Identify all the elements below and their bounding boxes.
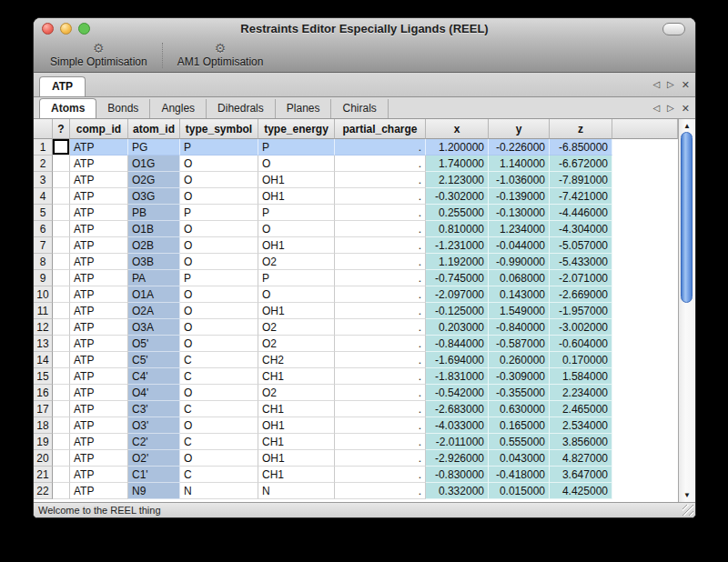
scroll-up-icon[interactable]: ▲ — [679, 120, 695, 132]
cell-[interactable] — [53, 336, 70, 352]
cell-partialcharge[interactable]: . — [335, 221, 426, 237]
cell-x[interactable]: -4.033000 — [426, 417, 489, 434]
cell-atomid[interactable]: C3' — [128, 401, 180, 417]
cell-compid[interactable]: ATP — [70, 417, 128, 434]
row-number[interactable]: 12 — [34, 319, 53, 336]
cell-typesymbol[interactable]: C — [180, 368, 258, 385]
tab-atoms[interactable]: Atoms — [39, 98, 96, 118]
cell-x[interactable]: -2.683000 — [426, 401, 489, 417]
cell-typesymbol[interactable]: C — [180, 352, 258, 368]
row-number[interactable]: 1 — [34, 139, 53, 156]
cell-z[interactable]: -6.850000 — [550, 139, 612, 156]
cell-[interactable] — [53, 205, 70, 221]
cell-typesymbol[interactable]: P — [180, 139, 258, 156]
tab-atp[interactable]: ATP — [39, 76, 86, 96]
cell-z[interactable]: 3.647000 — [550, 467, 612, 483]
cell-y[interactable]: 1.549000 — [489, 303, 550, 319]
row-number[interactable]: 22 — [34, 483, 53, 499]
cell-[interactable] — [53, 483, 70, 499]
cell-typeenergy[interactable]: CH1 — [258, 368, 335, 385]
cell-x[interactable]: -0.745000 — [426, 270, 489, 286]
cell-x[interactable]: -2.097000 — [426, 286, 489, 303]
cell-x[interactable]: -2.011000 — [426, 434, 489, 450]
cell-x[interactable]: -1.694000 — [426, 352, 489, 368]
cell-typeenergy[interactable]: OH1 — [258, 172, 335, 188]
cell-typesymbol[interactable]: O — [180, 286, 258, 303]
row-number[interactable]: 20 — [34, 450, 53, 467]
row-number[interactable]: 10 — [34, 286, 53, 303]
cell-typeenergy[interactable]: OH1 — [258, 188, 335, 205]
tab-scroll-right-icon[interactable]: ▷ — [667, 80, 674, 89]
cell-x[interactable]: 1.192000 — [426, 254, 489, 270]
row-number[interactable]: 16 — [34, 385, 53, 401]
cell-atomid[interactable]: PG — [128, 139, 180, 156]
row-number[interactable]: 2 — [34, 156, 53, 172]
cell-y[interactable]: 1.234000 — [489, 221, 550, 237]
cell-z[interactable]: 0.170000 — [550, 352, 612, 368]
cell-y[interactable]: -0.044000 — [489, 237, 550, 254]
tab-bonds[interactable]: Bonds — [96, 99, 150, 118]
cell-[interactable] — [53, 417, 70, 434]
cell-x[interactable]: 1.200000 — [426, 139, 489, 156]
cell-z[interactable]: -2.071000 — [550, 270, 612, 286]
cell-compid[interactable]: ATP — [70, 385, 128, 401]
cell-z[interactable]: 2.234000 — [550, 385, 612, 401]
cell-x[interactable]: 1.740000 — [426, 156, 489, 172]
cell-compid[interactable]: ATP — [70, 303, 128, 319]
cell-z[interactable]: 3.856000 — [550, 434, 612, 450]
cell-partialcharge[interactable]: . — [335, 483, 426, 499]
cell-typesymbol[interactable]: O — [180, 303, 258, 319]
cell-typesymbol[interactable]: C — [180, 434, 258, 450]
cell-compid[interactable]: ATP — [70, 188, 128, 205]
cell-[interactable] — [53, 319, 70, 336]
scrollbar-thumb[interactable] — [681, 132, 693, 303]
column-header-partialcharge[interactable]: partial_charge — [335, 119, 426, 139]
tab-close-icon[interactable]: ✕ — [682, 80, 690, 89]
cell-atomid[interactable]: O3G — [128, 188, 180, 205]
cell-compid[interactable]: ATP — [70, 483, 128, 499]
cell-partialcharge[interactable]: . — [335, 188, 426, 205]
cell-partialcharge[interactable]: . — [335, 467, 426, 483]
cell-typesymbol[interactable]: O — [180, 319, 258, 336]
cell-z[interactable]: -0.604000 — [550, 336, 612, 352]
row-number[interactable]: 9 — [34, 270, 53, 286]
cell-x[interactable]: 0.810000 — [426, 221, 489, 237]
cell-x[interactable]: -1.231000 — [426, 237, 489, 254]
cell-[interactable] — [53, 434, 70, 450]
cell-atomid[interactable]: C4' — [128, 368, 180, 385]
cell-atomid[interactable]: O2A — [128, 303, 180, 319]
column-header-compid[interactable]: comp_id — [70, 119, 128, 139]
cell-[interactable] — [53, 270, 70, 286]
cell-typeenergy[interactable]: OH1 — [258, 450, 335, 467]
cell-compid[interactable]: ATP — [70, 270, 128, 286]
cell-z[interactable]: 1.584000 — [550, 368, 612, 385]
cell-compid[interactable]: ATP — [70, 237, 128, 254]
tab-close-icon[interactable]: ✕ — [682, 104, 690, 113]
tab-scroll-left-icon[interactable]: ◁ — [652, 104, 660, 113]
cell-y[interactable]: -0.139000 — [489, 188, 550, 205]
cell-partialcharge[interactable]: . — [335, 352, 426, 368]
column-header-y[interactable]: y — [489, 119, 550, 139]
cell-compid[interactable]: ATP — [70, 401, 128, 417]
cell-typeenergy[interactable]: CH1 — [258, 401, 335, 417]
row-number[interactable]: 21 — [34, 467, 53, 483]
cell-partialcharge[interactable]: . — [335, 401, 426, 417]
row-number[interactable]: 19 — [34, 434, 53, 450]
cell-y[interactable]: 0.043000 — [489, 450, 550, 467]
row-number[interactable]: 18 — [34, 417, 53, 434]
cell-typeenergy[interactable]: CH2 — [258, 352, 335, 368]
cell-[interactable] — [53, 450, 70, 467]
vertical-scrollbar[interactable]: ▲ ▼ — [678, 119, 695, 502]
cell-compid[interactable]: ATP — [70, 156, 128, 172]
cell-atomid[interactable]: PB — [128, 205, 180, 221]
cell-z[interactable]: -5.433000 — [550, 254, 612, 270]
cell-y[interactable]: 0.260000 — [489, 352, 550, 368]
cell-compid[interactable]: ATP — [70, 352, 128, 368]
cell-x[interactable]: -0.830000 — [426, 467, 489, 483]
simple-optimisation-button[interactable]: ⚙ Simple Optimisation — [39, 40, 158, 71]
cell-atomid[interactable]: O2G — [128, 172, 180, 188]
cell-[interactable] — [53, 221, 70, 237]
cell-partialcharge[interactable]: . — [335, 172, 426, 188]
cell-partialcharge[interactable]: . — [335, 336, 426, 352]
cell-typeenergy[interactable]: O2 — [258, 385, 335, 401]
